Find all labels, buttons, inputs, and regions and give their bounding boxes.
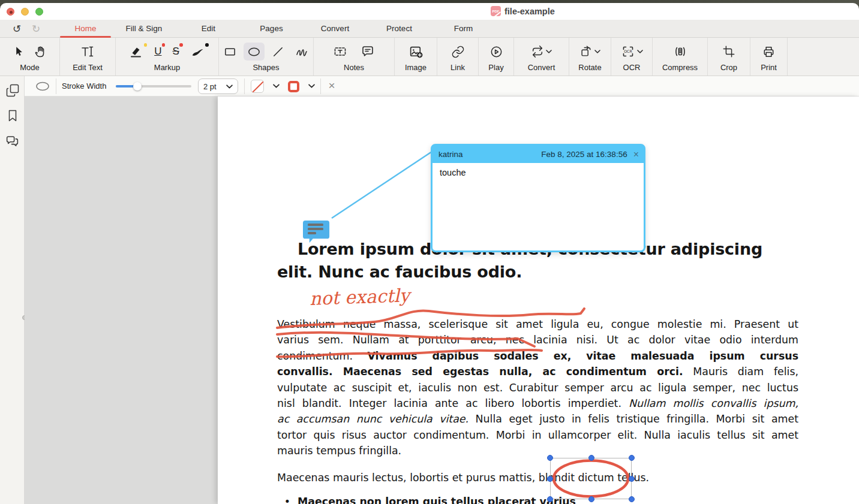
toolbar-group-label: Edit Text xyxy=(73,63,103,72)
toolbar-group-label: Link xyxy=(450,63,465,72)
ellipse-annotation-selection[interactable] xyxy=(550,458,632,499)
ellipse-annotation[interactable] xyxy=(551,458,631,499)
close-icon[interactable]: × xyxy=(633,149,639,160)
chevron-down-icon[interactable] xyxy=(308,84,315,88)
rotate-icon[interactable] xyxy=(576,43,603,61)
tab-fill-and-sign[interactable]: Fill & Sign xyxy=(111,20,177,38)
toolbar-group-label: Mode xyxy=(20,63,40,72)
comment-timestamp: Feb 8, 2025 at 16:38:56 xyxy=(541,150,627,159)
selection-handle[interactable] xyxy=(547,496,553,502)
selection-handle[interactable] xyxy=(629,496,635,502)
tab-protect[interactable]: Protect xyxy=(367,20,431,38)
tab-pages[interactable]: Pages xyxy=(240,20,303,38)
edit-text-icon[interactable] xyxy=(77,43,98,61)
tab-form[interactable]: Form xyxy=(431,20,495,38)
toolbar-group-label: OCR xyxy=(623,63,641,72)
pdf-file-icon: PDF xyxy=(491,6,501,16)
chevron-down-icon xyxy=(594,50,600,53)
toolbar-group-label: Convert xyxy=(528,63,555,72)
tab-home[interactable]: Home xyxy=(60,20,111,38)
ellipse-icon[interactable] xyxy=(244,43,265,61)
undo-icon[interactable]: ↺ xyxy=(10,22,24,35)
hand-pan-icon[interactable] xyxy=(31,43,50,61)
close-properties-icon[interactable]: × xyxy=(325,78,339,93)
fill-color-swatch[interactable] xyxy=(251,80,264,93)
toolbar-spacer xyxy=(788,38,859,76)
crop-icon[interactable] xyxy=(719,43,738,61)
page-thumbnails-icon[interactable] xyxy=(5,83,20,98)
comment-icon[interactable] xyxy=(358,43,378,61)
document-text-line: ac accumsan nunc vehicula vitae. Nulla e… xyxy=(277,411,798,427)
bullet-text: Maecenas non lorem quis tellus placerat … xyxy=(298,496,576,504)
handwritten-annotation[interactable]: not exactly xyxy=(309,285,410,309)
divider xyxy=(320,79,321,94)
toolbar-group-link: Link xyxy=(437,38,479,76)
minimize-window-button[interactable] xyxy=(21,8,29,16)
bookmarks-icon[interactable] xyxy=(5,108,20,123)
left-sidebar xyxy=(0,76,25,504)
stroke-width-select[interactable]: 2 pt xyxy=(198,79,238,94)
selection-handle[interactable] xyxy=(547,476,553,482)
toolbar-group-label: Compress xyxy=(662,63,698,72)
selection-handle[interactable] xyxy=(588,496,594,502)
comments-icon[interactable] xyxy=(5,134,20,149)
tab-edit[interactable]: Edit xyxy=(177,20,240,38)
document-text-line: varius sem. Nullam at porttitor arcu, ne… xyxy=(277,332,798,348)
heading-line: elit. Nunc ac faucibus odio. xyxy=(277,261,800,283)
chevron-down-icon[interactable] xyxy=(273,84,280,88)
underline-icon[interactable]: U xyxy=(151,43,164,61)
toolbar-group-label: Image xyxy=(405,63,427,72)
toolbar-group-label: Play xyxy=(488,63,503,72)
stroke-width-value: 2 pt xyxy=(203,82,217,91)
print-icon[interactable] xyxy=(759,43,779,61)
slider-knob[interactable] xyxy=(133,82,142,90)
rectangle-icon[interactable] xyxy=(220,43,240,61)
pdf-page: Lorem ipsum dolor sit amet, consectetur … xyxy=(218,96,859,504)
ocr-icon[interactable]: OCR xyxy=(618,43,646,61)
add-image-icon[interactable] xyxy=(406,43,427,61)
play-icon[interactable] xyxy=(486,43,506,61)
document-paragraph: Maecenas mauris lectus, lobortis et puru… xyxy=(277,472,798,484)
stroke-width-slider[interactable] xyxy=(116,85,191,87)
toolbar-group-label: Shapes xyxy=(253,63,279,72)
chevron-down-icon xyxy=(637,50,643,53)
shape-properties-bar: Stroke Width 2 pt × xyxy=(25,76,859,96)
selection-handle[interactable] xyxy=(629,455,635,461)
document-text-line: convallis. Maecenas sed egestas nulla, a… xyxy=(277,364,798,379)
document-text-line: mauris tempus fringilla. xyxy=(277,443,798,458)
text-box-icon[interactable] xyxy=(330,43,350,61)
chevron-down-icon xyxy=(226,84,233,89)
toolbar-group-label: Crop xyxy=(720,63,737,72)
compress-icon[interactable] xyxy=(670,43,690,61)
sticky-note-icon[interactable] xyxy=(303,219,330,243)
selection-handle[interactable] xyxy=(547,455,553,461)
ellipse-tool-indicator-icon xyxy=(35,82,50,91)
comment-body-text[interactable]: touche xyxy=(432,163,644,251)
comment-popup-header[interactable]: katrina Feb 8, 2025 at 16:38:56 × xyxy=(432,146,644,163)
stroke-color-swatch[interactable] xyxy=(288,81,299,92)
document-paragraph: Vestibulum neque massa, scelerisque sit … xyxy=(277,316,798,459)
divider xyxy=(244,79,245,94)
comment-author: katrina xyxy=(438,150,463,159)
freehand-pen-icon[interactable] xyxy=(187,43,208,61)
link-icon[interactable] xyxy=(448,43,468,61)
scribble-icon[interactable] xyxy=(292,43,312,61)
toolbar-group-label: Markup xyxy=(154,63,180,72)
select-cursor-icon[interactable] xyxy=(10,43,29,61)
underline-color-dot xyxy=(162,43,166,47)
highlight-icon[interactable] xyxy=(126,43,146,61)
toolbar-group-play: Play xyxy=(479,38,514,76)
close-window-button[interactable] xyxy=(7,8,14,16)
svg-text:OCR: OCR xyxy=(624,49,632,53)
strikethrough-icon[interactable]: S xyxy=(169,43,182,61)
line-icon[interactable] xyxy=(268,43,288,61)
selection-handle[interactable] xyxy=(629,476,635,482)
redo-icon[interactable]: ↻ xyxy=(29,22,43,35)
document-bullet-item: •Maecenas non lorem quis tellus placerat… xyxy=(277,496,798,504)
convert-icon[interactable] xyxy=(528,43,555,61)
zoom-window-button[interactable] xyxy=(35,8,43,16)
toolbar-group-print: Print xyxy=(750,38,788,76)
toolbar-group-label: Notes xyxy=(344,63,364,72)
tab-convert[interactable]: Convert xyxy=(303,20,367,38)
selection-handle[interactable] xyxy=(588,455,594,461)
